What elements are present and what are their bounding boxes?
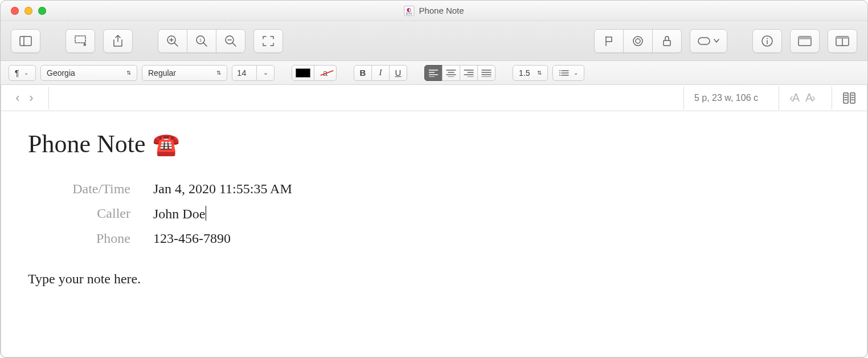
font-style-select[interactable]: Regular⇅ [142,65,227,81]
text-larger-button[interactable]: A› [805,91,814,104]
svg-rect-47 [844,93,848,103]
divider [683,87,684,109]
paragraph-style-label: ¶ [15,68,19,78]
svg-point-14 [636,39,640,43]
titlebar: ◐ Phone Note [1,1,867,21]
ruler-button[interactable] [842,92,857,104]
align-justify-button[interactable] [477,65,496,81]
chevron-down-icon: ⌄ [263,69,268,76]
lock-button[interactable] [652,29,682,53]
zoom-actual-button[interactable]: 1 [187,29,216,53]
fullscreen-button[interactable] [253,29,283,53]
minimize-window-button[interactable] [24,7,32,15]
bold-icon: B [360,68,366,78]
phone-emoji-icon: ☎️ [153,132,179,157]
nav-forward-button[interactable]: › [24,91,38,105]
align-left-icon [428,69,439,77]
list-style-select[interactable]: ⌄ [552,65,584,81]
screenshot-button[interactable] [65,29,95,53]
text-larger-icon: A› [805,91,814,104]
word-count: 5 p, 23 w, 106 c [694,93,758,103]
sidebar-toggle-button[interactable] [11,29,40,53]
fullscreen-icon [262,35,275,47]
record-button[interactable] [623,29,653,53]
document-title-text: Phone Note [28,129,146,158]
line-spacing-value: 1.5 [519,68,530,78]
svg-rect-48 [850,93,855,103]
align-right-button[interactable] [460,65,478,81]
close-window-button[interactable] [11,7,19,15]
document-fields: Date/Time Jan 4, 2020 11:55:35 AM Caller… [28,181,840,246]
align-justify-icon [481,69,492,77]
divider [832,87,832,109]
italic-icon: I [379,68,382,78]
underline-icon: U [395,68,402,78]
text-smaller-button[interactable]: ‹A [789,91,799,104]
zoom-in-button[interactable] [158,29,187,53]
zoom-in-icon [166,35,179,47]
text-cursor [206,206,206,221]
paragraph-style-select[interactable]: ¶⌄ [9,65,36,81]
chevron-updown-icon: ⇅ [126,70,131,76]
zoom-out-button[interactable] [216,29,245,53]
font-family-select[interactable]: Georgia⇅ [40,65,137,81]
chevron-down-icon: ⌄ [24,70,28,76]
chevron-updown-icon: ⇅ [216,70,221,76]
nav-back-button[interactable]: ‹ [11,91,24,105]
field-value-caller-text: John Doe [153,206,205,221]
underline-button[interactable]: U [389,65,407,81]
zoom-out-icon [224,35,237,47]
italic-button[interactable]: I [371,65,390,81]
main-toolbar: 1 [1,21,867,61]
svg-point-45 [559,72,560,74]
info-icon [761,35,773,47]
field-value-datetime[interactable]: Jan 4, 2020 11:55:35 AM [153,181,840,197]
svg-line-8 [203,43,207,46]
document-area[interactable]: Phone Note ☎️ Date/Time Jan 4, 2020 11:5… [1,111,867,305]
svg-rect-2 [75,36,85,43]
bold-button[interactable]: B [354,65,372,81]
info-button[interactable] [752,29,782,53]
text-color-button[interactable] [292,65,314,81]
format-bar: ¶⌄ Georgia⇅ Regular⇅ 14 ⌄ a B I U [1,61,867,85]
columns-button[interactable] [828,29,857,53]
svg-line-4 [174,43,178,46]
font-size-stepper[interactable]: ⌄ [256,65,275,81]
zoom-window-button[interactable] [38,7,46,15]
header-footer-button[interactable] [790,29,820,53]
tag-icon [698,37,719,45]
align-left-button[interactable] [424,65,443,81]
tags-button[interactable] [690,29,727,53]
align-right-icon [464,69,474,77]
chevron-left-icon: ‹ [15,91,19,105]
font-style-label: Regular [148,68,176,78]
svg-rect-21 [799,36,811,39]
align-center-button[interactable] [442,65,460,81]
chevron-updown-icon: ⇅ [537,70,542,76]
align-center-icon [446,69,456,77]
svg-point-44 [559,70,560,71]
record-icon [632,35,644,47]
chevron-right-icon: › [29,91,33,105]
field-value-phone[interactable]: 123-456-7890 [153,231,840,246]
chevron-down-icon: ⌄ [574,70,578,76]
line-spacing-select[interactable]: 1.5⇅ [513,65,548,81]
traffic-lights [1,7,46,15]
svg-line-11 [232,43,236,46]
flag-button[interactable] [594,29,624,53]
field-value-caller[interactable]: John Doe [153,206,840,222]
flag-icon [603,35,615,47]
share-button[interactable] [103,29,133,53]
document-body[interactable]: Type your note here. [28,271,840,287]
highlight-color-button[interactable]: a [314,65,337,81]
field-label-caller: Caller [28,206,130,222]
rtf-file-icon: ◐ [404,6,414,16]
window-title-text: Phone Note [419,6,464,15]
list-icon [559,69,569,77]
field-label-phone: Phone [28,231,130,246]
svg-rect-15 [664,40,670,46]
font-size-field[interactable]: 14 [232,65,257,81]
svg-point-13 [633,36,642,46]
status-bar: ‹ › 5 p, 23 w, 106 c ‹A A› [1,85,867,111]
font-family-label: Georgia [47,68,75,78]
